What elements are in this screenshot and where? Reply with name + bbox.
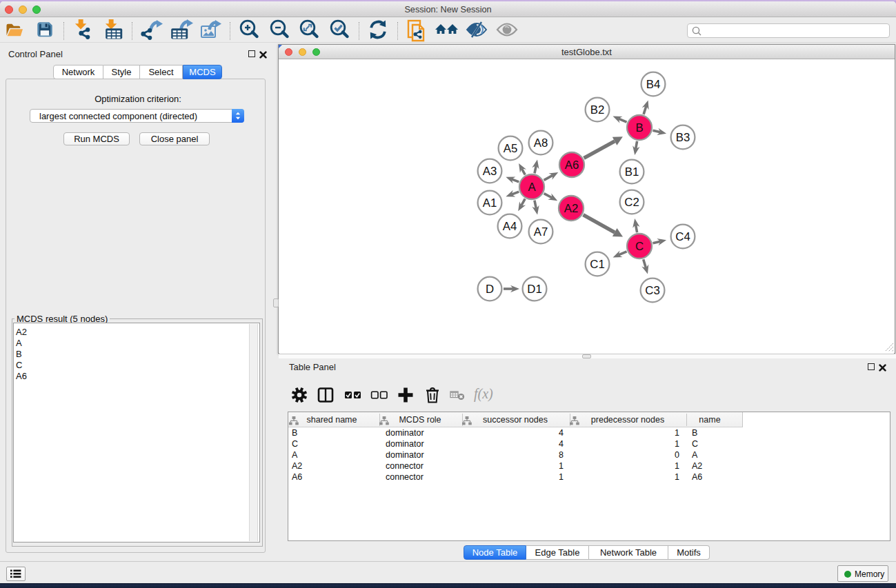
- svg-text:B3: B3: [676, 131, 690, 144]
- svg-text:A4: A4: [503, 220, 517, 233]
- svg-text:B1: B1: [625, 165, 639, 179]
- svg-text:A1: A1: [483, 196, 497, 210]
- svg-text:B2: B2: [590, 103, 605, 116]
- svg-text:D1: D1: [527, 283, 541, 296]
- svg-text:A2: A2: [564, 202, 579, 215]
- svg-text:A8: A8: [534, 136, 548, 150]
- svg-text:C: C: [635, 240, 644, 253]
- svg-text:B4: B4: [646, 78, 661, 91]
- svg-text:D: D: [486, 283, 494, 296]
- svg-text:A5: A5: [504, 142, 518, 155]
- svg-text:A: A: [528, 181, 536, 194]
- svg-text:C3: C3: [645, 284, 659, 297]
- svg-text:A3: A3: [483, 165, 497, 178]
- svg-text:B: B: [635, 121, 643, 134]
- svg-text:A7: A7: [534, 225, 548, 239]
- svg-text:C2: C2: [624, 196, 639, 209]
- svg-text:C1: C1: [590, 258, 604, 271]
- svg-text:C4: C4: [675, 230, 690, 243]
- svg-text:A6: A6: [565, 159, 579, 172]
